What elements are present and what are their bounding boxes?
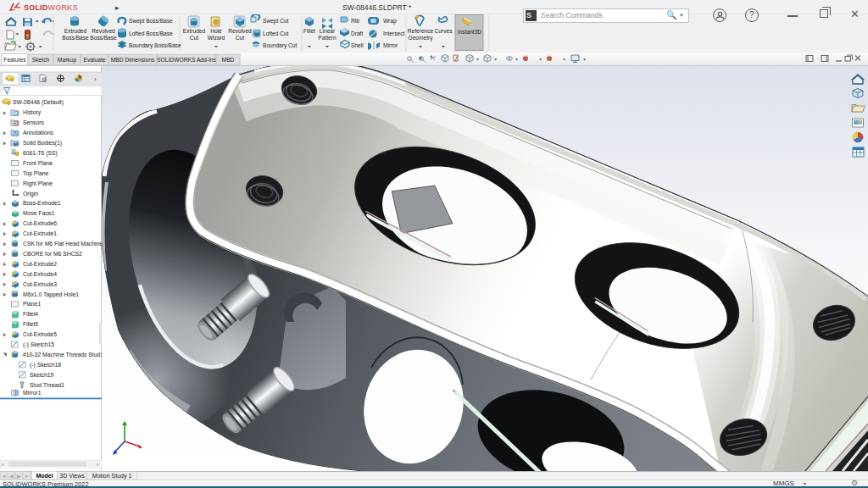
svg-text:SOLIDWORKS: SOLIDWORKS: [24, 3, 78, 12]
svg-text:Annotations: Annotations: [23, 130, 54, 136]
svg-text:6061-T6 (SS): 6061-T6 (SS): [23, 150, 58, 157]
svg-text:Mirror: Mirror: [383, 42, 398, 48]
svg-text:Reference: Reference: [408, 28, 434, 34]
svg-text:Boundary Cut: Boundary Cut: [263, 42, 297, 49]
svg-text:Solid Bodies(1): Solid Bodies(1): [23, 140, 62, 147]
svg-text:Features: Features: [3, 57, 26, 63]
svg-text:Cut-Extrude2: Cut-Extrude2: [23, 261, 57, 267]
svg-text:Sketch: Sketch: [32, 57, 50, 63]
svg-text:Boss-Extrude1: Boss-Extrude1: [23, 200, 61, 206]
svg-text:Model: Model: [36, 473, 53, 479]
svg-text:Plane1: Plane1: [23, 301, 41, 307]
svg-text:Swept Cut: Swept Cut: [263, 18, 289, 25]
svg-text:Extruded: Extruded: [64, 28, 87, 34]
svg-text:Top Plane: Top Plane: [23, 170, 48, 177]
svg-text:Revolved: Revolved: [228, 28, 252, 34]
svg-text:3D Views: 3D Views: [59, 473, 85, 479]
svg-text:Swept Boss/Base: Swept Boss/Base: [129, 18, 173, 25]
svg-text:Boss/Base: Boss/Base: [90, 35, 117, 41]
svg-text:Cut-Extrude6: Cut-Extrude6: [23, 220, 57, 226]
svg-text:Boundary Boss/Base: Boundary Boss/Base: [129, 42, 181, 49]
svg-text:Lofted Cut: Lofted Cut: [263, 30, 289, 36]
svg-text:▾: ▾: [563, 57, 565, 62]
svg-text:›: ›: [94, 75, 97, 83]
svg-text:Cut-Extrude3: Cut-Extrude3: [23, 281, 57, 287]
svg-text:Pattern: Pattern: [318, 35, 337, 41]
svg-text:SW-08446 (Default): SW-08446 (Default): [13, 99, 64, 106]
svg-text:Draft: Draft: [351, 30, 363, 36]
svg-text:Cut: Cut: [236, 35, 244, 41]
svg-text:Curves: Curves: [435, 28, 453, 34]
svg-text:Sensors: Sensors: [23, 119, 45, 125]
svg-text:Extruded: Extruded: [183, 28, 206, 34]
svg-text:Hole: Hole: [210, 28, 222, 34]
svg-text:A: A: [14, 130, 17, 136]
svg-text:▾: ▾: [515, 57, 518, 62]
svg-text:Cut-Extrude1: Cut-Extrude1: [23, 230, 57, 236]
svg-text:Wizard: Wizard: [208, 35, 225, 41]
svg-text:▶: ▶: [17, 474, 21, 479]
svg-text:Lofted Boss/Base: Lofted Boss/Base: [129, 30, 173, 36]
svg-text:Cut-Extrude5: Cut-Extrude5: [23, 331, 57, 337]
svg-text:▾: ▾: [539, 57, 542, 62]
svg-text:M6x1.0 Tapped Hole1: M6x1.0 Tapped Hole1: [23, 291, 79, 298]
svg-text:Geometry: Geometry: [409, 35, 434, 42]
svg-text:Origin: Origin: [23, 191, 38, 197]
svg-text:Markup: Markup: [58, 57, 77, 64]
svg-text:Cut: Cut: [190, 35, 198, 41]
svg-text:Motion Study 1: Motion Study 1: [92, 473, 132, 480]
svg-text:History: History: [23, 109, 42, 116]
svg-text:Boss/Base: Boss/Base: [62, 35, 89, 41]
svg-text:Stud Thread1: Stud Thread1: [30, 382, 64, 388]
svg-text:Rib: Rib: [351, 18, 359, 24]
svg-text:CBORE for M6 SHCS2: CBORE for M6 SHCS2: [23, 251, 82, 257]
svg-text:MBD Dimensions: MBD Dimensions: [111, 57, 155, 63]
svg-text:Linear: Linear: [320, 28, 336, 34]
svg-text:Evaluate: Evaluate: [83, 57, 105, 63]
svg-text:Revolved: Revolved: [92, 28, 115, 34]
svg-text:►: ►: [25, 474, 30, 479]
svg-text:(-) Sketch18: (-) Sketch18: [30, 362, 61, 369]
svg-text:(-) Sketch15: (-) Sketch15: [23, 341, 54, 348]
svg-text:Move Face1: Move Face1: [23, 210, 55, 216]
svg-text:Shell: Shell: [351, 42, 364, 48]
svg-text:Front Plane: Front Plane: [23, 160, 53, 166]
svg-text:MBD: MBD: [222, 57, 235, 63]
svg-text:◄: ◄: [2, 474, 7, 479]
svg-text:Fillet: Fillet: [303, 28, 315, 34]
svg-text:Sketch19: Sketch19: [30, 372, 54, 378]
svg-text:Fillet5: Fillet5: [23, 321, 38, 327]
svg-text:▾: ▾: [494, 57, 497, 62]
svg-text:Right Plane: Right Plane: [23, 180, 53, 187]
svg-text:Cut-Extrude4: Cut-Extrude4: [23, 271, 57, 277]
svg-text:Mirror1: Mirror1: [23, 390, 42, 396]
svg-text:▾: ▾: [583, 57, 586, 62]
svg-text:▾: ▾: [476, 57, 479, 62]
svg-text:Instant3D: Instant3D: [458, 29, 481, 35]
svg-text:Wrap: Wrap: [383, 18, 397, 25]
svg-text:Fillet4: Fillet4: [23, 311, 38, 317]
svg-text:#10-32 Machine Threads Stud1: #10-32 Machine Threads Stud1: [23, 352, 103, 358]
svg-text:SOLIDWORKS Add-Ins: SOLIDWORKS Add-Ins: [157, 57, 217, 63]
svg-text:◀: ◀: [9, 474, 14, 479]
svg-text:Intersect: Intersect: [383, 30, 404, 36]
svg-text:CSK for M6 Flat Head Machine S: CSK for M6 Flat Head Machine Sc: [23, 241, 103, 247]
